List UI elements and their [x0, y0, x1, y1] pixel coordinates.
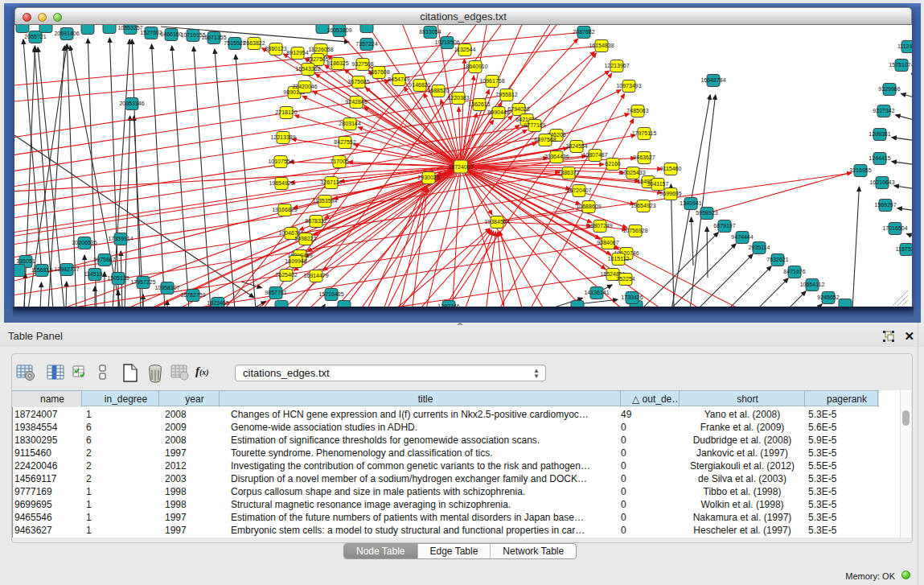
svg-text:5498222: 5498222	[294, 236, 316, 241]
svg-text:12213967: 12213967	[604, 63, 629, 68]
svg-text:10553257: 10553257	[117, 25, 142, 31]
svg-text:1615112: 1615112	[608, 256, 630, 262]
svg-text:10025433: 10025433	[620, 170, 645, 175]
svg-text:22420046: 22420046	[292, 84, 317, 89]
svg-text:1167534: 1167534	[896, 246, 912, 252]
svg-text:9115460: 9115460	[660, 166, 682, 171]
svg-text:1362615: 1362615	[468, 101, 490, 107]
svg-text:9699695: 9699695	[659, 191, 681, 196]
svg-text:9227342: 9227342	[873, 108, 894, 113]
svg-text:7663822: 7663822	[243, 40, 265, 46]
svg-text:2867608: 2867608	[368, 69, 389, 75]
svg-text:252254: 252254	[616, 276, 634, 282]
svg-text:20206536: 20206536	[72, 240, 97, 245]
svg-text:18640910: 18640910	[462, 64, 487, 69]
svg-text:9245652: 9245652	[817, 295, 839, 300]
svg-text:3675685: 3675685	[347, 79, 369, 84]
svg-text:15751074: 15751074	[889, 62, 912, 68]
svg-text:62160: 62160	[605, 161, 621, 167]
svg-text:1340941: 1340941	[680, 200, 701, 206]
svg-text:10107554: 10107554	[268, 159, 293, 164]
svg-text:2803144: 2803144	[339, 121, 360, 126]
svg-text:12942737: 12942737	[54, 266, 79, 272]
svg-text:10958107: 10958107	[154, 285, 179, 290]
svg-text:16648784: 16648784	[700, 77, 725, 83]
svg-text:9474444: 9474444	[731, 234, 753, 240]
svg-text:3267130: 3267130	[320, 179, 342, 185]
svg-text:9975867: 9975867	[93, 257, 115, 262]
svg-text:2718120: 2718120	[275, 109, 297, 115]
svg-text:16053809: 16053809	[326, 27, 351, 33]
svg-text:1145194: 1145194	[84, 271, 106, 277]
svg-text:16543362: 16543362	[295, 66, 320, 72]
svg-text:10961758: 10961758	[479, 78, 504, 84]
svg-text:1733426: 1733426	[621, 295, 643, 300]
svg-text:19166829: 19166829	[272, 207, 297, 212]
svg-text:717005: 717005	[330, 159, 348, 164]
svg-text:2930023: 2930023	[417, 175, 439, 180]
svg-text:17016504: 17016504	[882, 225, 907, 231]
svg-text:3215955: 3215955	[849, 167, 871, 173]
svg-text:9463627: 9463627	[633, 154, 655, 160]
svg-text:9857791: 9857791	[265, 290, 286, 295]
svg-text:6466160: 6466160	[160, 31, 182, 37]
svg-text:8878332: 8878332	[305, 218, 326, 224]
svg-text:1569297: 1569297	[874, 202, 896, 208]
svg-text:1588520: 1588520	[427, 88, 449, 93]
svg-text:8471676: 8471676	[783, 269, 805, 274]
svg-text:7485063: 7485063	[626, 108, 648, 113]
svg-text:9777169: 9777169	[524, 122, 545, 128]
svg-text:8860123: 8860123	[265, 46, 286, 51]
svg-text:1923465: 1923465	[207, 300, 228, 306]
svg-text:9329966: 9329966	[878, 86, 900, 92]
svg-text:7632621: 7632621	[766, 257, 788, 262]
svg-text:1292346: 1292346	[437, 303, 459, 307]
svg-text:9084067: 9084067	[597, 240, 618, 245]
svg-text:1132544: 1132544	[454, 47, 476, 52]
svg-text:1209381: 1209381	[869, 131, 890, 137]
svg-text:19384554: 19384554	[484, 219, 509, 225]
svg-text:8186325: 8186325	[326, 60, 348, 66]
svg-text:1156819: 1156819	[31, 267, 53, 273]
svg-text:9327508: 9327508	[351, 61, 373, 67]
svg-text:12213389: 12213389	[270, 134, 295, 140]
svg-text:16782759: 16782759	[180, 292, 205, 298]
svg-text:17359914: 17359914	[108, 236, 133, 241]
svg-text:1244415: 1244415	[869, 155, 890, 161]
svg-text:11353594: 11353594	[313, 198, 338, 204]
svg-text:10654112: 10654112	[800, 282, 825, 287]
svg-text:6879197: 6879197	[713, 223, 735, 229]
svg-text:9327505: 9327505	[306, 56, 328, 62]
svg-text:8454749: 8454749	[388, 76, 409, 82]
svg-text:5958923: 5958923	[696, 210, 717, 216]
svg-text:15716485: 15716485	[318, 291, 343, 297]
svg-text:3824554: 3824554	[565, 143, 587, 149]
svg-text:20053346: 20053346	[119, 101, 144, 106]
svg-text:7386372: 7386372	[557, 170, 579, 175]
svg-text:15720407: 15720407	[566, 187, 591, 193]
svg-text:16914479: 16914479	[303, 273, 328, 278]
svg-text:8220383: 8220383	[447, 95, 469, 101]
svg-text:8813054: 8813054	[419, 29, 441, 35]
svg-text:1505135: 1505135	[107, 275, 129, 281]
svg-text:8990448: 8990448	[487, 109, 509, 115]
svg-text:10756928: 10756928	[622, 228, 647, 233]
svg-text:20364436: 20364436	[544, 154, 569, 159]
svg-text:10807487: 10807487	[582, 152, 607, 158]
svg-text:335051: 335051	[16, 258, 35, 264]
svg-text:6497568: 6497568	[534, 137, 556, 142]
svg-text:18724007: 18724007	[448, 164, 473, 170]
svg-text:2055721: 2055721	[24, 34, 46, 39]
svg-text:18807249: 18807249	[587, 223, 612, 229]
svg-text:10688609: 10688609	[576, 204, 601, 209]
svg-text:1527602: 1527602	[140, 30, 162, 35]
svg-text:2087682: 2087682	[573, 29, 594, 35]
svg-text:8427552: 8427552	[334, 139, 355, 145]
svg-text:10973493: 10973493	[616, 83, 641, 89]
svg-text:18226058: 18226058	[308, 47, 333, 52]
svg-text:3041157: 3041157	[647, 181, 669, 187]
svg-text:20691406: 20691406	[54, 31, 79, 36]
svg-text:16154838: 16154838	[589, 43, 614, 48]
svg-text:2935114: 2935114	[749, 245, 770, 250]
svg-text:7955812: 7955812	[495, 92, 517, 97]
